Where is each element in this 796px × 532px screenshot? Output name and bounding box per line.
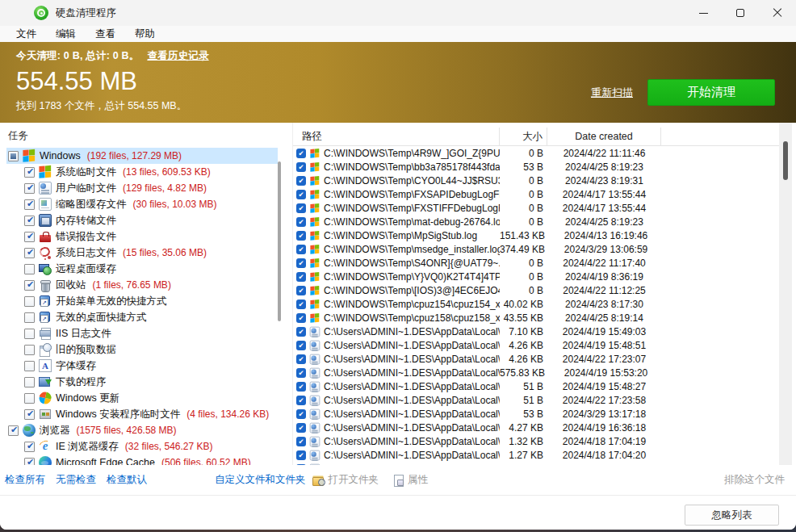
task-item[interactable]: Windows 更新 [6,390,278,406]
task-checkbox[interactable] [24,248,35,258]
file-checkbox[interactable] [296,313,306,323]
file-checkbox[interactable] [296,176,306,186]
task-item[interactable]: 错误报告文件 [6,228,278,245]
check-none-link[interactable]: 无需检查 [56,473,96,487]
task-checkbox[interactable] [24,264,35,274]
file-row[interactable]: C:\Users\ADMINI~1.DES\AppData\Local\...1… [293,448,779,462]
file-row[interactable]: C:\WINDOWS\Temp\S4ONR]{@UAT79~...0 B2024… [293,256,779,270]
file-checkbox[interactable] [296,341,306,350]
task-item[interactable]: 回收站(1 files, 76.65 MB) [6,277,278,293]
file-row[interactable]: C:\Users\ADMINI~1.DES\AppData\Local\...7… [293,325,779,338]
file-checkbox[interactable] [296,382,306,392]
task-checkbox[interactable] [24,232,35,242]
file-checkbox[interactable] [296,327,306,337]
task-checkbox[interactable] [24,199,35,210]
file-row[interactable]: C:\WINDOWS\Temp\FXSAPIDebugLogFil...0 B2… [293,187,779,201]
task-item[interactable]: 浏览器(1575 files, 426.58 MB) [6,422,278,438]
task-checkbox[interactable] [24,458,35,466]
open-folder-button[interactable]: 打开文件夹 [329,473,379,487]
rescan-link[interactable]: 重新扫描 [591,86,633,100]
file-checkbox[interactable] [296,409,306,419]
column-header-date[interactable]: Date created [547,128,661,145]
task-checkbox[interactable] [24,361,35,371]
task-checkbox[interactable] [24,329,35,339]
task-item[interactable]: 远程桌面缓存 [6,261,278,277]
file-checkbox[interactable] [296,396,306,405]
file-checkbox[interactable] [296,450,306,460]
ignore-list-button[interactable]: 忽略列表 [685,505,779,526]
file-checkbox[interactable] [296,231,306,241]
task-checkbox[interactable] [24,216,35,226]
file-row[interactable]: C:\WINDOWS\Temp\MpSigStub.log151.43 KB20… [293,228,779,242]
task-checkbox[interactable] [24,442,35,452]
menu-item-2[interactable]: 查看 [86,26,125,43]
file-row[interactable]: C:\WINDOWS\Temp\CYO0L44~JJ$RSU3...0 B202… [293,174,779,187]
file-checkbox[interactable] [296,203,306,213]
task-item[interactable]: 开始菜单无效的快捷方式 [6,293,278,309]
file-checkbox[interactable] [296,423,306,433]
file-checkbox[interactable] [296,437,306,446]
maximize-button[interactable] [722,0,759,26]
file-row[interactable]: C:\Users\ADMINI~1.DES\AppData\Local\...4… [293,421,779,434]
check-default-link[interactable]: 检查默认 [107,473,147,487]
task-checkbox[interactable] [24,312,35,323]
close-button[interactable] [759,0,796,26]
tasks-scrollbar[interactable] [278,161,281,321]
file-checkbox[interactable] [296,162,306,172]
file-checkbox[interactable] [296,190,306,199]
task-checkbox[interactable] [24,167,35,178]
task-item[interactable]: 字体缓存 [6,358,278,374]
file-row[interactable]: C:\WINDOWS\Temp\4R9W_]GOI_Z{9PU...0 B202… [293,146,779,160]
start-clean-button[interactable]: 开始清理 [647,79,775,106]
file-checkbox[interactable] [296,354,306,364]
file-row[interactable]: C:\WINDOWS\Temp\cpuz158\cpuz158_x...43.5… [293,311,779,325]
task-checkbox[interactable] [24,280,35,291]
files-scrollbar-track[interactable] [779,123,792,465]
file-checkbox[interactable] [296,217,306,227]
file-row[interactable]: C:\Users\ADMINI~1.DES\AppData\Local\...5… [293,366,779,379]
task-item[interactable]: Windows(192 files, 127.29 MB) [6,148,278,164]
task-checkbox[interactable] [24,393,35,404]
exclude-file-button[interactable]: 排除这个文件 [724,473,785,487]
task-item[interactable]: 旧的预取数据 [6,341,278,358]
file-row[interactable]: C:\Users\ADMINI~1.DES\AppData\Local\...5… [293,393,779,407]
file-row[interactable]: C:\WINDOWS\Temp\Y}VQ0)K2T4T4]4TP...0 B20… [293,270,779,283]
file-row[interactable]: C:\Users\ADMINI~1.DES\AppData\Local\...5… [293,407,779,421]
task-item[interactable]: Windows 安装程序临时文件(4 files, 134.26 KB) [6,406,278,422]
task-item[interactable]: 无效的桌面快捷方式 [6,309,278,325]
menu-item-1[interactable]: 编辑 [46,26,86,43]
file-row[interactable]: C:\Users\ADMINI~1.DES\AppData\Local\...4… [293,352,779,366]
file-checkbox[interactable] [296,272,306,282]
file-row[interactable]: C:\Users\ADMINI~1.DES\AppData\Local\...4… [293,338,779,352]
menu-item-3[interactable]: 帮助 [125,26,165,43]
task-checkbox[interactable] [24,183,35,194]
custom-files-link[interactable]: 自定义文件和文件夹 [215,473,306,487]
view-history-link[interactable]: 查看历史记录 [147,50,208,61]
menu-item-0[interactable]: 文件 [6,26,46,43]
task-checkbox[interactable] [24,345,35,355]
file-row[interactable]: C:\WINDOWS\Temp\mat-debug-26764.log0 B20… [293,215,779,228]
files-scrollbar-thumb[interactable] [783,141,788,180]
file-row[interactable]: C:\Users\ADMINI~1.DES\AppData\Local\...5… [293,379,779,393]
task-checkbox[interactable] [8,151,19,161]
check-all-link[interactable]: 检查所有 [5,473,45,487]
task-checkbox[interactable] [24,296,35,307]
column-header-size[interactable]: 大小 [500,128,547,145]
file-checkbox[interactable] [296,300,306,309]
task-item[interactable]: IIS 日志文件 [6,325,278,341]
task-item[interactable]: IE 浏览器缓存(32 files, 546.27 KB) [6,438,278,455]
file-row[interactable]: C:\WINDOWS\Temp\msedge_installer.log374.… [293,242,779,256]
task-item[interactable]: 下载的程序 [6,374,278,390]
properties-button[interactable]: 属性 [408,473,428,487]
file-row[interactable]: C:\WINDOWS\Temp\[IOS)3@]4EC6EJO4...0 B20… [293,283,779,297]
task-checkbox[interactable] [24,377,35,387]
task-item[interactable]: 用户临时文件(129 files, 4.82 MB) [6,180,278,196]
minimize-button[interactable] [685,0,722,26]
file-checkbox[interactable] [296,286,306,295]
file-row[interactable]: C:\WINDOWS\Temp\bb3a785178f443fda...53 B… [293,160,779,174]
file-checkbox[interactable] [296,368,306,378]
file-row[interactable]: C:\Users\ADMINI~1.DES\AppData\Local\...1… [293,434,779,448]
file-row[interactable]: C:\WINDOWS\Temp\FXSTIFFDebugLogFil...0 B… [293,201,779,215]
file-checkbox[interactable] [296,149,306,158]
file-checkbox[interactable] [296,258,306,268]
